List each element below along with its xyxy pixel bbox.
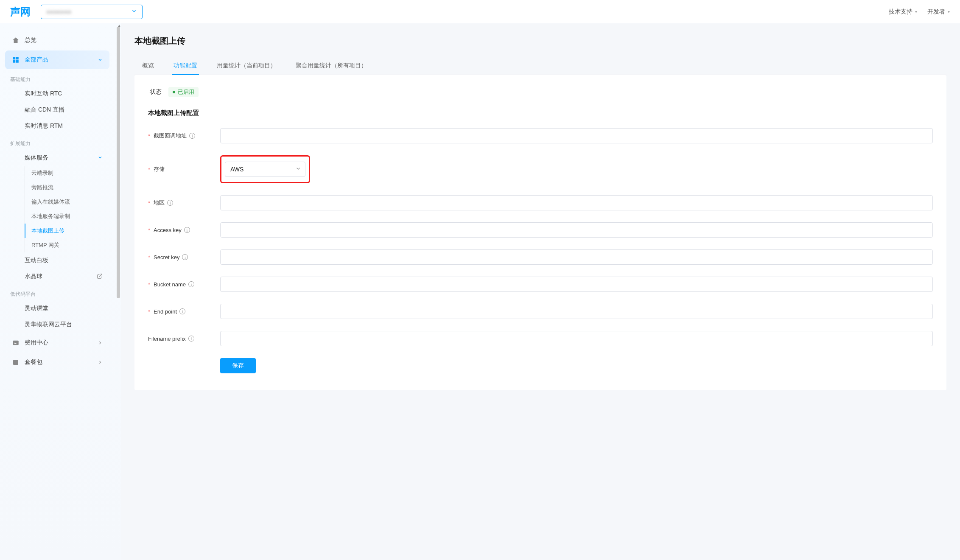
info-icon[interactable]: i	[188, 281, 194, 287]
page-title: 本地截图上传	[134, 35, 946, 47]
sidebar: 总览 全部产品 基础能力 实时互动 RTC 融合 CDN 直播 实时消息 RTM…	[0, 23, 115, 560]
sidebar-sub-label: 媒体服务	[25, 154, 48, 162]
form-row-access-key: * Access key i	[148, 222, 933, 238]
topbar: 声网 ■■■■■■■ 技术支持 ▾ 开发者 ▾	[0, 0, 960, 23]
topbar-left: 声网 ■■■■■■■	[10, 5, 143, 19]
form-control	[220, 195, 933, 210]
sidebar-item-bypass-push[interactable]: 旁路推流	[5, 180, 109, 195]
filename-prefix-input[interactable]	[220, 331, 933, 346]
tech-support-link[interactable]: 技术支持 ▾	[889, 8, 917, 16]
sidebar-item-inject-stream[interactable]: 输入在线媒体流	[5, 195, 109, 209]
info-icon[interactable]: i	[182, 254, 188, 260]
region-input[interactable]	[220, 195, 933, 210]
tab-usage-all[interactable]: 聚合用量统计（所有项目）	[294, 57, 369, 75]
developer-label: 开发者	[927, 8, 945, 16]
sidebar-item-rtmp-gateway[interactable]: RTMP 网关	[5, 238, 109, 252]
info-icon[interactable]: i	[179, 308, 185, 314]
sidebar-item-flexible-classroom[interactable]: 灵动课堂	[5, 300, 109, 316]
sidebar-item-billing[interactable]: 费用中心	[5, 333, 109, 352]
form-control	[220, 331, 933, 346]
sidebar-item-crystal-ball[interactable]: 水晶球	[5, 269, 109, 285]
info-icon[interactable]: i	[188, 336, 194, 342]
sidebar-item-cloud-record[interactable]: 云端录制	[5, 166, 109, 180]
sidebar-item-local-snapshot-upload[interactable]: 本地截图上传	[5, 224, 109, 238]
tab-usage-current[interactable]: 用量统计（当前项目）	[215, 57, 278, 75]
form-label: * Bucket name i	[148, 281, 220, 288]
expand-icon-wrap	[98, 57, 103, 62]
sidebar-item-local-record[interactable]: 本地服务端录制	[5, 209, 109, 224]
form-label: * Secret key i	[148, 254, 220, 260]
status-value: 已启用	[178, 88, 194, 96]
info-icon[interactable]: i	[167, 200, 173, 206]
sidebar-item-label: 全部产品	[25, 56, 48, 64]
label-text: Bucket name	[154, 281, 186, 288]
form-control	[220, 249, 933, 265]
tech-support-label: 技术支持	[889, 8, 912, 16]
sidebar-item-all-products[interactable]: 全部产品	[5, 50, 109, 69]
form-control: AWS	[220, 155, 933, 183]
sidebar-item-package[interactable]: 套餐包	[5, 353, 109, 372]
label-text: Filename prefix	[148, 336, 186, 342]
end-point-input[interactable]	[220, 304, 933, 319]
svg-rect-5	[13, 341, 19, 345]
form-row-region: * 地区 i	[148, 195, 933, 210]
sidebar-sub-sub-label: 云端录制	[31, 169, 53, 177]
grid-icon	[12, 56, 20, 64]
sidebar-sub-label: 实时消息 RTM	[25, 122, 63, 130]
project-selector[interactable]: ■■■■■■■	[41, 5, 143, 19]
topbar-right: 技术支持 ▾ 开发者 ▾	[889, 8, 950, 16]
chevron-down-icon	[98, 57, 103, 62]
required-mark: *	[148, 133, 150, 139]
button-row: 保存	[148, 358, 933, 373]
callback-input[interactable]	[220, 128, 933, 143]
form-label: * 存储	[148, 165, 220, 173]
sidebar-scrollbar[interactable]: ▴	[117, 23, 120, 560]
form-label: Filename prefix i	[148, 336, 220, 342]
tab-overview[interactable]: 概览	[140, 57, 156, 75]
bucket-name-input[interactable]	[220, 277, 933, 292]
form-row-secret-key: * Secret key i	[148, 249, 933, 265]
access-key-input[interactable]	[220, 222, 933, 238]
external-link-icon	[97, 273, 103, 280]
sidebar-item-label: 总览	[25, 36, 36, 44]
status-row: 状态 已启用	[148, 87, 933, 97]
sidebar-item-media-services[interactable]: 媒体服务	[5, 150, 109, 166]
package-icon	[12, 358, 20, 366]
form-control	[220, 222, 933, 238]
sidebar-item-iot-platform[interactable]: 灵隼物联网云平台	[5, 316, 109, 333]
sidebar-item-cdn[interactable]: 融合 CDN 直播	[5, 102, 109, 118]
required-mark: *	[148, 254, 150, 260]
logo: 声网	[10, 5, 31, 19]
save-button[interactable]: 保存	[220, 358, 256, 373]
billing-icon	[12, 339, 20, 347]
info-icon[interactable]: i	[189, 133, 195, 139]
tab-label: 功能配置	[174, 62, 197, 69]
storage-select[interactable]: AWS	[225, 162, 305, 177]
svg-rect-6	[13, 360, 18, 365]
form-row-filename-prefix: Filename prefix i	[148, 331, 933, 346]
sidebar-sub-sub-label: RTMP 网关	[31, 241, 59, 249]
form-label: * End point i	[148, 308, 220, 315]
config-panel: 状态 已启用 本地截图上传配置 * 截图回调地址 i	[134, 75, 946, 390]
sidebar-item-rtc[interactable]: 实时互动 RTC	[5, 86, 109, 102]
form-row-end-point: * End point i	[148, 304, 933, 319]
label-text: 截图回调地址	[154, 132, 187, 140]
chevron-down-icon	[98, 155, 103, 161]
info-icon[interactable]: i	[184, 227, 190, 233]
label-text: 地区	[154, 199, 165, 207]
svg-line-4	[99, 274, 102, 276]
svg-rect-1	[16, 57, 19, 59]
developer-link[interactable]: 开发者 ▾	[927, 8, 950, 16]
chevron-right-icon	[98, 360, 103, 365]
sidebar-item-overview[interactable]: 总览	[5, 31, 109, 50]
caret-down-icon: ▾	[915, 9, 917, 14]
sidebar-item-rtm[interactable]: 实时消息 RTM	[5, 118, 109, 134]
sidebar-scrollbar-thumb[interactable]	[117, 27, 120, 298]
sidebar-item-whiteboard[interactable]: 互动白板	[5, 252, 109, 269]
form-row-bucket-name: * Bucket name i	[148, 277, 933, 292]
tab-config[interactable]: 功能配置	[172, 57, 199, 75]
chevron-right-icon	[98, 340, 103, 345]
home-icon	[12, 36, 20, 44]
secret-key-input[interactable]	[220, 249, 933, 265]
sidebar-section-lowcode: 低代码平台	[2, 285, 113, 300]
